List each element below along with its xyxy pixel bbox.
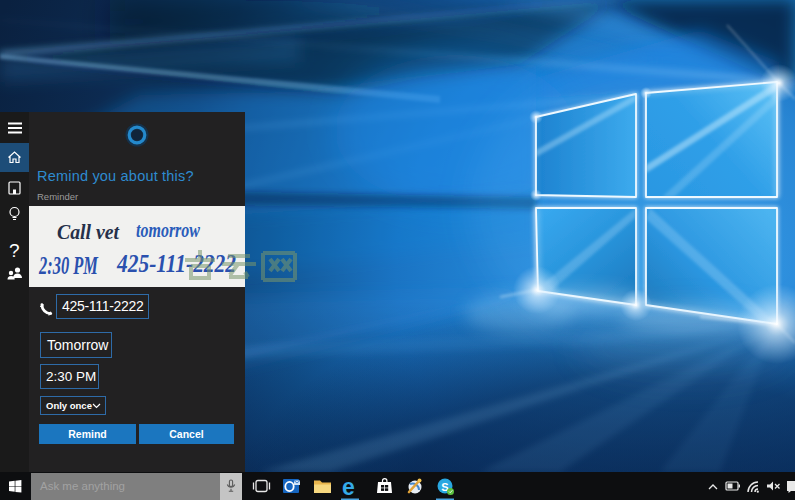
svg-text:?: ?	[9, 240, 20, 261]
svg-text:2:30 PM: 2:30 PM	[38, 252, 98, 279]
svg-text:Call vet: Call vet	[57, 219, 120, 244]
svg-text:tomorrow: tomorrow	[136, 219, 201, 241]
svg-text:e: e	[342, 474, 355, 500]
